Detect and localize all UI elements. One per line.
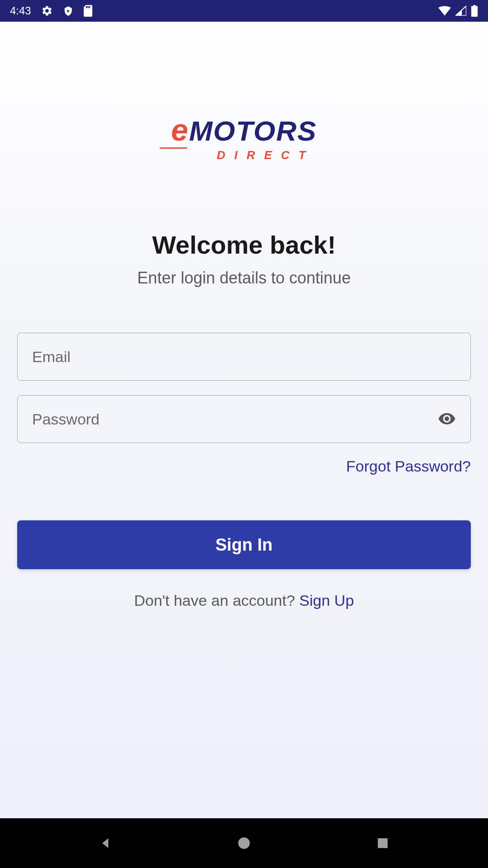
password-field-wrapper — [17, 395, 471, 443]
logo-main-text: MOTORS — [189, 115, 317, 147]
recents-button[interactable] — [371, 832, 394, 854]
svg-point-0 — [238, 837, 250, 849]
status-bar: 4:43 — [0, 0, 488, 22]
email-field-wrapper — [17, 333, 471, 381]
password-visibility-toggle-icon[interactable] — [438, 412, 456, 426]
svg-rect-1 — [378, 838, 388, 848]
status-right — [438, 5, 478, 17]
navigation-bar — [0, 818, 488, 868]
shield-icon — [63, 5, 74, 16]
logo-sub-text: DIRECT — [217, 148, 315, 162]
email-field[interactable] — [32, 348, 456, 366]
forgot-password-link[interactable]: Forgot Password? — [346, 458, 471, 475]
settings-icon — [41, 5, 53, 17]
password-field[interactable] — [32, 410, 456, 428]
welcome-section: Welcome back! Enter login details to con… — [17, 230, 471, 288]
home-button[interactable] — [233, 832, 255, 854]
page-subtitle: Enter login details to continue — [17, 269, 471, 288]
login-form: Forgot Password? Sign In Don't have an a… — [17, 333, 471, 609]
signup-prompt: Don't have an account? — [134, 592, 300, 609]
battery-icon — [471, 5, 478, 17]
page-title: Welcome back! — [17, 230, 471, 259]
signal-icon — [455, 6, 466, 16]
sd-card-icon — [84, 5, 94, 17]
signup-link[interactable]: Sign Up — [299, 592, 354, 609]
logo-prefix: e — [171, 112, 188, 147]
signup-section: Don't have an account? Sign Up — [17, 592, 471, 609]
main-content: e MOTORS DIRECT Welcome back! Enter logi… — [0, 22, 488, 818]
signin-button[interactable]: Sign In — [17, 520, 471, 569]
back-button[interactable] — [94, 832, 117, 854]
wifi-icon — [438, 6, 451, 16]
forgot-password-wrapper: Forgot Password? — [17, 458, 471, 475]
logo: e MOTORS DIRECT — [17, 112, 471, 162]
status-left: 4:43 — [10, 5, 94, 17]
status-time: 4:43 — [10, 5, 31, 17]
